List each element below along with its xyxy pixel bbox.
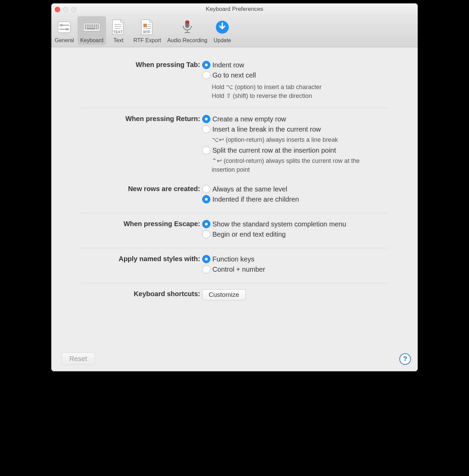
section-label-shortcuts: Keyboard shortcuts: — [81, 289, 202, 298]
svg-rect-30 — [143, 24, 147, 27]
window-controls — [55, 7, 76, 12]
svg-rect-12 — [96, 24, 97, 26]
radio-return-split-row[interactable] — [202, 146, 210, 154]
svg-rect-13 — [98, 24, 99, 26]
tab-label: General — [55, 37, 74, 44]
tab-label: Audio Recording — [167, 37, 207, 44]
svg-rect-15 — [87, 26, 88, 28]
hint-text: ⌥↩ (option-return) always inserts a line… — [212, 135, 388, 144]
svg-rect-25 — [98, 28, 99, 30]
radio-return-line-break[interactable] — [202, 125, 210, 133]
svg-rect-18 — [92, 26, 93, 28]
help-button[interactable]: ? — [399, 353, 411, 365]
svg-rect-14 — [85, 26, 86, 28]
rtf-file-icon: RTF — [138, 18, 156, 36]
close-window-button[interactable] — [55, 7, 60, 12]
section-label-tab: When pressing Tab: — [81, 60, 202, 69]
option-label: Indent row — [212, 61, 244, 69]
option-label: Begin or end text editing — [212, 231, 286, 238]
tab-label: Text — [114, 37, 123, 44]
text-file-icon: TEXT — [109, 18, 127, 36]
section-label-return: When pressing Return: — [81, 114, 202, 123]
section-label-newrows: New rows are created: — [81, 184, 202, 193]
footer: Reset ? — [62, 353, 411, 365]
titlebar: Keyboard Preferences — [51, 3, 418, 15]
section-styles: Apply named styles with: Function keys C… — [81, 248, 388, 283]
sliders-icon — [55, 18, 73, 36]
svg-rect-24 — [96, 28, 97, 30]
option-label: Split the current row at the insertion p… — [212, 147, 336, 154]
radio-return-new-row[interactable] — [202, 115, 210, 123]
window-title: Keyboard Preferences — [51, 3, 418, 15]
radio-styles-fnkeys[interactable] — [202, 255, 210, 263]
radio-escape-edit[interactable] — [202, 230, 210, 238]
section-shortcuts: Keyboard shortcuts: Customize — [81, 283, 388, 308]
tab-text[interactable]: TEXT Text — [107, 16, 130, 45]
radio-tab-indent-row[interactable] — [202, 61, 210, 69]
svg-rect-36 — [185, 20, 189, 24]
svg-text:TEXT: TEXT — [113, 30, 123, 34]
download-arrow-icon — [213, 18, 231, 36]
svg-rect-19 — [94, 26, 95, 28]
tab-label: RTF Export — [133, 37, 161, 44]
section-escape: When pressing Escape: Show the standard … — [81, 213, 388, 248]
tab-label: Update — [213, 37, 231, 44]
option-label: Insert a line break in the current row — [212, 125, 321, 133]
svg-rect-22 — [85, 28, 86, 30]
svg-rect-20 — [96, 26, 97, 28]
svg-rect-7 — [87, 24, 88, 26]
tab-general[interactable]: General — [52, 16, 77, 45]
section-label-styles: Apply named styles with: — [81, 254, 202, 263]
tab-keyboard[interactable]: Keyboard — [77, 16, 106, 45]
tab-update[interactable]: Update — [211, 16, 234, 45]
svg-rect-9 — [90, 24, 92, 26]
customize-button[interactable]: Customize — [202, 289, 246, 300]
section-tab: When pressing Tab: Indent row Go to next… — [81, 54, 388, 108]
hint-line: Hold ⇧ (shift) to reverse the direction — [212, 91, 388, 100]
svg-rect-6 — [85, 24, 86, 26]
section-return: When pressing Return: Create a new empty… — [81, 108, 388, 213]
tab-label: Keyboard — [80, 37, 104, 44]
option-label: Create a new empty row — [212, 115, 286, 123]
option-label: Go to next cell — [212, 71, 256, 79]
option-label: Control + number — [212, 266, 265, 273]
radio-newrows-same-level[interactable] — [202, 185, 210, 193]
svg-rect-21 — [98, 26, 99, 28]
svg-rect-10 — [92, 24, 93, 26]
preferences-toolbar: General Keyboard — [51, 15, 418, 47]
svg-point-3 — [60, 24, 63, 26]
svg-rect-11 — [94, 24, 95, 26]
radio-newrows-indented[interactable] — [202, 195, 210, 203]
preferences-window: Keyboard Preferences General — [51, 3, 418, 371]
svg-rect-0 — [58, 22, 70, 33]
radio-tab-next-cell[interactable] — [202, 71, 210, 79]
radio-styles-ctrlnum[interactable] — [202, 265, 210, 273]
option-label: Indented if there are children — [212, 196, 299, 203]
keyboard-icon — [83, 18, 101, 36]
hint-line: Hold ⌥ (option) to insert a tab characte… — [212, 83, 388, 91]
tab-audio-recording[interactable]: Audio Recording — [164, 16, 210, 45]
preferences-content: When pressing Tab: Indent row Go to next… — [51, 47, 418, 308]
option-label: Show the standard system completion menu — [212, 220, 346, 228]
svg-rect-8 — [88, 24, 90, 26]
svg-text:RTF: RTF — [143, 30, 151, 34]
svg-point-4 — [66, 28, 68, 30]
microphone-icon — [178, 18, 196, 36]
hint-text: Hold ⌥ (option) to insert a tab characte… — [212, 83, 388, 100]
svg-rect-5 — [84, 23, 100, 31]
option-label: Function keys — [212, 255, 254, 263]
radio-escape-completion[interactable] — [202, 220, 210, 228]
svg-rect-16 — [88, 26, 90, 28]
section-label-escape: When pressing Escape: — [81, 219, 202, 228]
svg-rect-23 — [87, 28, 95, 30]
zoom-window-button[interactable] — [71, 7, 76, 12]
tab-rtf-export[interactable]: RTF RTF Export — [131, 16, 164, 45]
minimize-window-button[interactable] — [63, 7, 68, 12]
hint-text: ⌃↩ (control-return) always splits the cu… — [212, 156, 382, 174]
reset-button[interactable]: Reset — [62, 353, 95, 365]
option-label: Always at the same level — [212, 185, 287, 193]
svg-rect-17 — [90, 26, 92, 28]
